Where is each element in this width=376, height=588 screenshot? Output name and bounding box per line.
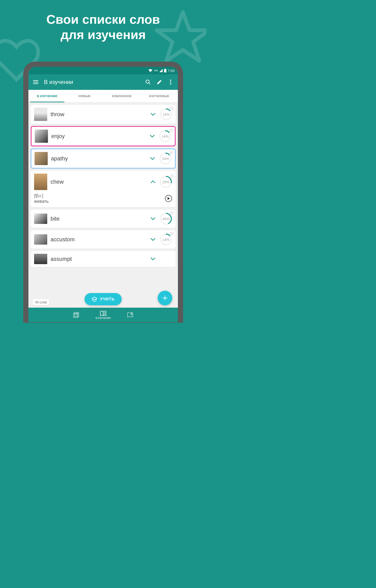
chevron-up-icon[interactable]	[150, 179, 156, 185]
word-card[interactable]: accustom 14%	[31, 230, 176, 249]
phone-screen: LTE 7:00 В изучении В	[28, 67, 178, 322]
progress-ring: 43%	[160, 212, 172, 225]
word-card[interactable]: throw 14%	[31, 105, 176, 124]
graduation-icon	[92, 297, 97, 301]
progress-ring: 14%	[160, 233, 172, 246]
tab-new[interactable]: НОВЫЕ	[66, 90, 103, 102]
word-card-expanded[interactable]: chew 29% [ʧuː] жевать	[31, 171, 176, 207]
chevron-down-icon[interactable]	[149, 155, 156, 162]
tab-learned[interactable]: ИЗУЧЕННЫЕ	[141, 90, 178, 102]
app-bar: В изучении	[28, 74, 178, 90]
alarm-icon	[170, 174, 174, 178]
svg-point-6	[170, 84, 171, 85]
word-thumbnail	[34, 108, 47, 121]
svg-point-4	[170, 80, 171, 81]
word-text: accustom	[51, 236, 146, 243]
alarm-icon	[169, 151, 173, 155]
status-bar: LTE 7:00	[28, 67, 178, 74]
translation: жевать	[34, 199, 162, 204]
chevron-down-icon[interactable]	[150, 236, 156, 243]
tabs: В ИЗУЧЕНИИ НОВЫЕ ИЗБРАННОЕ ИЗУЧЕННЫЕ	[28, 90, 178, 103]
svg-point-2	[146, 80, 149, 83]
word-thumbnail	[34, 214, 47, 224]
nav-label: В ИЗУЧЕНИИ	[96, 317, 111, 319]
svg-rect-1	[165, 69, 166, 69]
learn-button-label: УЧИТЬ	[100, 297, 115, 301]
learn-button[interactable]: УЧИТЬ	[84, 293, 122, 305]
word-card[interactable]: assumpt	[31, 251, 176, 267]
word-text: chew	[51, 179, 146, 185]
status-time: 7:00	[168, 69, 175, 73]
word-card[interactable]: bite 43%	[31, 210, 176, 228]
word-text: enjoy	[51, 133, 146, 139]
word-text: assumpt	[51, 256, 146, 262]
nav-bookmarks[interactable]	[127, 312, 133, 318]
svg-rect-0	[164, 69, 166, 73]
word-text: throw	[51, 111, 146, 118]
phone-frame: LTE 7:00 В изучении В	[23, 62, 183, 323]
edit-icon[interactable]	[156, 79, 162, 85]
word-count-badge: 49 слов	[33, 299, 49, 305]
word-thumbnail	[34, 174, 47, 190]
play-icon[interactable]	[165, 195, 172, 202]
chevron-down-icon[interactable]	[150, 111, 156, 118]
menu-icon[interactable]	[33, 79, 39, 85]
promo-headline: Свои списки слов для изучения	[0, 0, 206, 42]
book-icon	[100, 311, 106, 316]
alarm-icon	[169, 128, 173, 132]
tab-favorites[interactable]: ИЗБРАННОЕ	[103, 90, 141, 102]
signal-icon	[159, 69, 163, 72]
word-text: apathy	[51, 155, 146, 162]
word-thumbnail	[34, 254, 47, 264]
word-card[interactable]: apathy 14%	[31, 149, 176, 168]
word-text: bite	[51, 215, 146, 222]
chevron-down-icon[interactable]	[150, 256, 156, 262]
search-icon[interactable]	[145, 79, 151, 85]
progress-ring: 14%	[159, 130, 172, 142]
library-icon	[73, 312, 79, 318]
progress-ring: 14%	[159, 152, 172, 165]
page-title: В изучении	[44, 79, 140, 85]
svg-line-3	[149, 83, 150, 84]
svg-point-5	[170, 82, 171, 83]
nav-library[interactable]	[73, 312, 79, 318]
chevron-down-icon[interactable]	[149, 133, 156, 139]
bookmark-book-icon	[127, 312, 133, 318]
word-thumbnail	[34, 152, 48, 165]
alarm-icon	[170, 107, 174, 110]
tab-learning[interactable]: В ИЗУЧЕНИИ	[28, 90, 66, 102]
alarm-icon	[170, 211, 174, 215]
progress-ring: 29%	[160, 175, 172, 188]
add-button[interactable]	[158, 291, 172, 305]
chevron-down-icon[interactable]	[150, 215, 156, 222]
alarm-icon	[170, 232, 174, 235]
word-list[interactable]: throw 14% enjoy	[28, 103, 178, 308]
battery-icon	[164, 69, 166, 73]
wifi-icon	[148, 69, 153, 72]
plus-icon	[162, 295, 168, 301]
word-card[interactable]: enjoy 14%	[31, 126, 176, 146]
progress-ring: 14%	[160, 108, 172, 121]
more-icon[interactable]	[167, 79, 174, 85]
transcription: [ʧuː]	[34, 193, 162, 198]
nav-learning[interactable]: В ИЗУЧЕНИИ	[96, 311, 111, 319]
lte-label: LTE	[154, 69, 158, 72]
word-thumbnail	[35, 130, 48, 143]
word-thumbnail	[34, 234, 47, 245]
bottom-nav: В ИЗУЧЕНИИ	[28, 308, 178, 322]
